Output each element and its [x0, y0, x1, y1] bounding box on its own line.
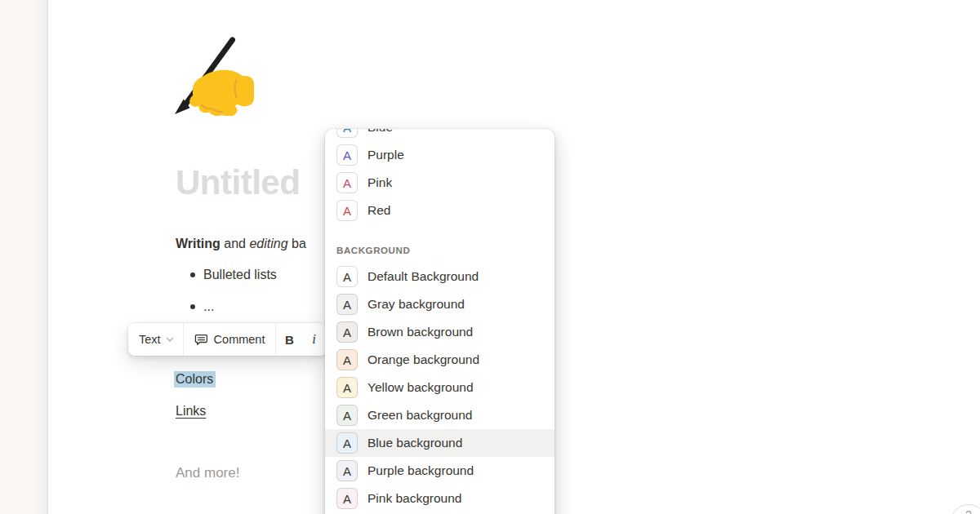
- colors-line[interactable]: Colors: [176, 370, 216, 389]
- menu-item-brown-background[interactable]: ABrown background: [325, 318, 555, 346]
- menu-item-default-background[interactable]: ADefault Background: [325, 263, 555, 290]
- text-color-icon: A: [336, 144, 358, 166]
- comment-button[interactable]: Comment: [184, 323, 276, 356]
- links-link[interactable]: Links: [176, 401, 206, 421]
- more-text[interactable]: And more!: [176, 465, 239, 481]
- background-section-header: BACKGROUND: [325, 224, 555, 263]
- menu-item-label: Blue: [368, 129, 393, 135]
- paragraph-italic-text: editing: [249, 237, 287, 250]
- bullet-icon: [190, 304, 195, 309]
- sidebar: [0, 0, 48, 514]
- background-swatch-icon: A: [336, 349, 358, 370]
- page-title[interactable]: Untitled: [176, 163, 300, 202]
- menu-item-label: Green background: [368, 408, 472, 423]
- writing-hand-emoji: [174, 36, 254, 116]
- menu-background-items: ADefault BackgroundAGray backgroundABrow…: [325, 263, 555, 512]
- text-color-icon: A: [336, 129, 358, 138]
- paragraph-tail-text: ba: [288, 237, 306, 250]
- paragraph-text: and: [220, 237, 250, 250]
- background-swatch-icon: A: [336, 460, 358, 481]
- menu-item-label: Purple: [368, 148, 404, 162]
- menu-item-label: Default Background: [368, 269, 479, 284]
- turn-into-button[interactable]: Text: [128, 323, 183, 356]
- menu-item-pink-background[interactable]: APink background: [325, 485, 555, 512]
- background-swatch-icon: A: [336, 321, 358, 343]
- menu-item-blue-background[interactable]: ABlue background: [325, 429, 555, 457]
- format-toolbar: Text Comment B i: [128, 323, 327, 356]
- italic-button[interactable]: i: [302, 323, 325, 356]
- list-item-label: Bulleted lists: [203, 268, 277, 282]
- background-swatch-icon: A: [336, 377, 358, 398]
- intro-paragraph[interactable]: Writing and editing ba: [176, 234, 306, 254]
- help-button[interactable]: ?: [950, 504, 980, 514]
- menu-item-label: Blue background: [368, 436, 462, 450]
- menu-item-label: Orange background: [368, 352, 479, 367]
- bullet-icon: [190, 273, 195, 277]
- menu-item-blue[interactable]: ABlue: [325, 129, 555, 141]
- menu-item-label: Red: [368, 203, 390, 218]
- list-item[interactable]: Bulleted lists: [176, 265, 277, 285]
- background-swatch-icon: A: [336, 405, 358, 426]
- menu-color-items: ABlueAPurpleAPinkARed: [325, 129, 555, 224]
- chevron-down-icon: [166, 335, 174, 343]
- menu-item-pink[interactable]: APink: [325, 169, 555, 197]
- menu-item-label: Purple background: [368, 463, 474, 478]
- menu-item-red[interactable]: ARed: [325, 197, 555, 224]
- menu-item-label: Brown background: [368, 325, 473, 339]
- comment-label: Comment: [214, 333, 265, 346]
- background-swatch-icon: A: [336, 432, 358, 454]
- comment-icon: [194, 333, 208, 347]
- color-menu: ABlueAPurpleAPinkARed BACKGROUND ADefaul…: [325, 129, 555, 514]
- page-icon[interactable]: [174, 36, 254, 116]
- menu-item-gray-background[interactable]: AGray background: [325, 290, 555, 318]
- help-label: ?: [965, 508, 972, 514]
- list-item[interactable]: ...: [176, 297, 214, 317]
- menu-item-label: Pink: [368, 175, 392, 190]
- bold-button[interactable]: B: [276, 323, 302, 356]
- background-swatch-icon: A: [336, 266, 358, 287]
- colors-selected-text: Colors: [174, 371, 216, 388]
- menu-item-label: Gray background: [368, 297, 465, 312]
- menu-item-purple[interactable]: APurple: [325, 141, 555, 169]
- sidebar-edge-shade: [33, 0, 47, 514]
- background-swatch-icon: A: [336, 488, 358, 509]
- menu-item-label: Yellow background: [368, 380, 474, 395]
- color-menu-scroll[interactable]: ABlueAPurpleAPinkARed BACKGROUND ADefaul…: [325, 129, 555, 512]
- list-item-label: ...: [203, 299, 214, 314]
- menu-item-orange-background[interactable]: AOrange background: [325, 346, 555, 374]
- menu-item-green-background[interactable]: AGreen background: [325, 401, 555, 429]
- turn-into-label: Text: [139, 333, 161, 346]
- background-swatch-icon: A: [336, 294, 358, 315]
- paragraph-bold-text: Writing: [176, 237, 220, 250]
- menu-item-label: Pink background: [368, 491, 461, 506]
- text-color-icon: A: [336, 172, 358, 193]
- menu-item-purple-background[interactable]: APurple background: [325, 457, 555, 485]
- menu-item-yellow-background[interactable]: AYellow background: [325, 374, 555, 401]
- text-color-icon: A: [336, 200, 358, 221]
